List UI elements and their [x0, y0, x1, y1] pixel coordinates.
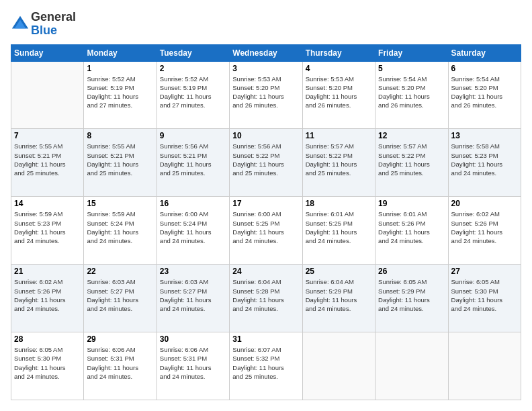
day-number: 14 [14, 199, 81, 208]
calendar-cell: 24Sunrise: 6:04 AM Sunset: 5:28 PM Dayli… [230, 265, 302, 332]
day-info: Sunrise: 6:06 AM Sunset: 5:31 PM Dayligh… [87, 345, 153, 381]
day-number: 31 [232, 334, 299, 344]
calendar-header-row: SundayMondayTuesdayWednesdayThursdayFrid… [11, 44, 521, 61]
day-info: Sunrise: 6:01 AM Sunset: 5:25 PM Dayligh… [306, 210, 372, 245]
day-info: Sunrise: 5:52 AM Sunset: 5:19 PM Dayligh… [160, 75, 226, 110]
calendar-cell: 4Sunrise: 5:53 AM Sunset: 5:20 PM Daylig… [302, 61, 375, 129]
day-number: 21 [14, 267, 81, 276]
day-info: Sunrise: 5:57 AM Sunset: 5:22 PM Dayligh… [378, 142, 445, 177]
day-number: 11 [306, 131, 372, 140]
calendar-cell: 1Sunrise: 5:52 AM Sunset: 5:19 PM Daylig… [84, 61, 157, 129]
calendar-week-row: 21Sunrise: 6:02 AM Sunset: 5:26 PM Dayli… [11, 265, 521, 332]
calendar-cell: 16Sunrise: 6:00 AM Sunset: 5:24 PM Dayli… [157, 197, 229, 265]
day-number: 26 [378, 267, 445, 276]
calendar-cell [302, 332, 375, 400]
calendar-cell: 22Sunrise: 6:03 AM Sunset: 5:27 PM Dayli… [84, 265, 157, 332]
calendar-cell: 2Sunrise: 5:52 AM Sunset: 5:19 PM Daylig… [157, 61, 229, 129]
day-number: 6 [451, 64, 518, 73]
day-info: Sunrise: 6:03 AM Sunset: 5:27 PM Dayligh… [160, 277, 226, 313]
day-number: 25 [306, 267, 372, 276]
day-info: Sunrise: 6:04 AM Sunset: 5:28 PM Dayligh… [232, 277, 299, 313]
calendar-cell: 7Sunrise: 5:55 AM Sunset: 5:21 PM Daylig… [11, 129, 84, 197]
day-info: Sunrise: 5:53 AM Sunset: 5:20 PM Dayligh… [232, 75, 299, 110]
day-info: Sunrise: 5:54 AM Sunset: 5:20 PM Dayligh… [378, 75, 445, 110]
day-number: 22 [87, 267, 153, 276]
day-number: 7 [14, 131, 81, 140]
day-number: 23 [160, 267, 226, 276]
calendar-cell: 31Sunrise: 6:07 AM Sunset: 5:32 PM Dayli… [230, 332, 302, 400]
calendar-day-header: Sunday [11, 44, 84, 61]
day-number: 27 [451, 267, 518, 276]
day-info: Sunrise: 5:54 AM Sunset: 5:20 PM Dayligh… [451, 75, 518, 110]
calendar-week-row: 7Sunrise: 5:55 AM Sunset: 5:21 PM Daylig… [11, 129, 521, 197]
day-info: Sunrise: 6:00 AM Sunset: 5:24 PM Dayligh… [160, 210, 226, 245]
calendar-cell: 26Sunrise: 6:05 AM Sunset: 5:29 PM Dayli… [375, 265, 448, 332]
day-number: 3 [232, 64, 299, 73]
day-number: 8 [87, 131, 153, 140]
day-number: 19 [378, 199, 445, 208]
day-number: 28 [14, 334, 81, 344]
day-number: 15 [87, 199, 153, 208]
calendar-cell: 5Sunrise: 5:54 AM Sunset: 5:20 PM Daylig… [375, 61, 448, 129]
calendar-cell: 20Sunrise: 6:02 AM Sunset: 5:26 PM Dayli… [448, 197, 521, 265]
day-number: 5 [378, 64, 445, 73]
calendar-cell [375, 332, 448, 400]
calendar-cell: 15Sunrise: 5:59 AM Sunset: 5:24 PM Dayli… [84, 197, 157, 265]
day-info: Sunrise: 5:55 AM Sunset: 5:21 PM Dayligh… [14, 142, 81, 177]
logo-icon [11, 15, 30, 34]
calendar-cell: 25Sunrise: 6:04 AM Sunset: 5:29 PM Dayli… [302, 265, 375, 332]
calendar-week-row: 1Sunrise: 5:52 AM Sunset: 5:19 PM Daylig… [11, 61, 521, 129]
calendar-cell: 11Sunrise: 5:57 AM Sunset: 5:22 PM Dayli… [302, 129, 375, 197]
calendar-cell: 17Sunrise: 6:00 AM Sunset: 5:25 PM Dayli… [230, 197, 302, 265]
calendar-cell: 27Sunrise: 6:05 AM Sunset: 5:30 PM Dayli… [448, 265, 521, 332]
calendar-cell: 28Sunrise: 6:05 AM Sunset: 5:30 PM Dayli… [11, 332, 84, 400]
calendar-cell [11, 61, 84, 129]
calendar-cell: 10Sunrise: 5:56 AM Sunset: 5:22 PM Dayli… [230, 129, 302, 197]
calendar-day-header: Tuesday [157, 44, 229, 61]
calendar-day-header: Thursday [302, 44, 375, 61]
day-number: 4 [306, 64, 372, 73]
day-number: 9 [160, 131, 226, 140]
day-info: Sunrise: 6:02 AM Sunset: 5:26 PM Dayligh… [14, 277, 81, 313]
calendar-cell: 19Sunrise: 6:01 AM Sunset: 5:26 PM Dayli… [375, 197, 448, 265]
calendar-day-header: Friday [375, 44, 448, 61]
day-info: Sunrise: 6:03 AM Sunset: 5:27 PM Dayligh… [87, 277, 153, 313]
calendar-cell: 3Sunrise: 5:53 AM Sunset: 5:20 PM Daylig… [230, 61, 302, 129]
day-info: Sunrise: 6:05 AM Sunset: 5:30 PM Dayligh… [14, 345, 81, 381]
day-number: 30 [160, 334, 226, 344]
day-info: Sunrise: 5:52 AM Sunset: 5:19 PM Dayligh… [87, 75, 153, 110]
day-info: Sunrise: 6:04 AM Sunset: 5:29 PM Dayligh… [306, 277, 372, 313]
page: General Blue SundayMondayTuesdayWednesda… [0, 0, 532, 411]
day-number: 24 [232, 267, 299, 276]
calendar-cell: 29Sunrise: 6:06 AM Sunset: 5:31 PM Dayli… [84, 332, 157, 400]
header: General Blue [11, 11, 521, 38]
logo-text: General Blue [31, 11, 76, 38]
calendar-week-row: 28Sunrise: 6:05 AM Sunset: 5:30 PM Dayli… [11, 332, 521, 400]
calendar-cell: 18Sunrise: 6:01 AM Sunset: 5:25 PM Dayli… [302, 197, 375, 265]
calendar-cell: 9Sunrise: 5:56 AM Sunset: 5:21 PM Daylig… [157, 129, 229, 197]
day-number: 18 [306, 199, 372, 208]
day-info: Sunrise: 5:59 AM Sunset: 5:23 PM Dayligh… [14, 210, 81, 245]
day-number: 29 [87, 334, 153, 344]
day-info: Sunrise: 5:58 AM Sunset: 5:23 PM Dayligh… [451, 142, 518, 177]
day-number: 16 [160, 199, 226, 208]
day-info: Sunrise: 6:05 AM Sunset: 5:29 PM Dayligh… [378, 277, 445, 313]
calendar-cell: 6Sunrise: 5:54 AM Sunset: 5:20 PM Daylig… [448, 61, 521, 129]
calendar-day-header: Saturday [448, 44, 521, 61]
calendar-cell: 21Sunrise: 6:02 AM Sunset: 5:26 PM Dayli… [11, 265, 84, 332]
day-number: 2 [160, 64, 226, 73]
calendar-cell: 14Sunrise: 5:59 AM Sunset: 5:23 PM Dayli… [11, 197, 84, 265]
day-number: 17 [232, 199, 299, 208]
calendar-cell [448, 332, 521, 400]
calendar-cell: 13Sunrise: 5:58 AM Sunset: 5:23 PM Dayli… [448, 129, 521, 197]
day-info: Sunrise: 6:06 AM Sunset: 5:31 PM Dayligh… [160, 345, 226, 381]
calendar-day-header: Wednesday [230, 44, 302, 61]
day-number: 12 [378, 131, 445, 140]
calendar-week-row: 14Sunrise: 5:59 AM Sunset: 5:23 PM Dayli… [11, 197, 521, 265]
day-info: Sunrise: 5:57 AM Sunset: 5:22 PM Dayligh… [306, 142, 372, 177]
day-number: 1 [87, 64, 153, 73]
day-info: Sunrise: 5:53 AM Sunset: 5:20 PM Dayligh… [306, 75, 372, 110]
day-number: 20 [451, 199, 518, 208]
day-info: Sunrise: 6:01 AM Sunset: 5:26 PM Dayligh… [378, 210, 445, 245]
day-info: Sunrise: 6:00 AM Sunset: 5:25 PM Dayligh… [232, 210, 299, 245]
